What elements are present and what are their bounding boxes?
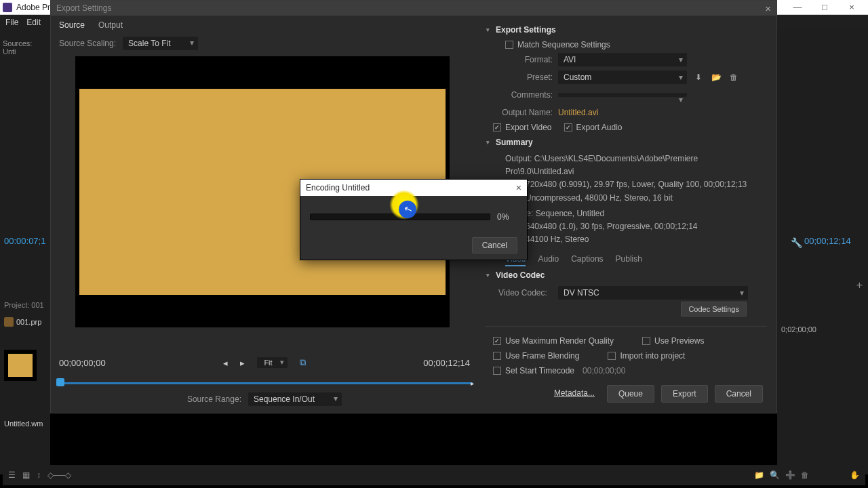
- save-preset-icon[interactable]: ⬇: [692, 71, 705, 83]
- video-codec-header[interactable]: Video Codec: [496, 270, 767, 280]
- export-audio-label: Export Audio: [576, 123, 623, 132]
- app-icon: [3, 3, 12, 12]
- summary-header[interactable]: Summary: [496, 138, 767, 147]
- preset-dropdown[interactable]: Custom: [558, 70, 687, 84]
- preset-label: Preset:: [505, 73, 553, 82]
- window-maximize[interactable]: □: [811, 0, 838, 15]
- source-range-dropdown[interactable]: Sequence In/Out: [248, 392, 342, 406]
- tab-publish[interactable]: Publish: [616, 254, 642, 266]
- tab-audio[interactable]: Audio: [538, 254, 559, 266]
- clip-name: Untitled.wm: [4, 420, 43, 428]
- use-previews-label: Use Previews: [654, 336, 704, 346]
- use-max-quality-checkbox[interactable]: ✓: [493, 337, 501, 345]
- video-codec-label: Video Codec:: [498, 288, 553, 298]
- tab-source[interactable]: Source: [59, 20, 85, 30]
- import-into-project-label: Import into project: [620, 351, 685, 361]
- render-options: ✓ Use Maximum Render Quality Use Preview…: [485, 326, 767, 375]
- export-audio-checkbox[interactable]: ✓: [564, 123, 572, 131]
- use-previews-checkbox[interactable]: [642, 337, 650, 345]
- tab-captions[interactable]: Captions: [571, 254, 603, 266]
- menu-file[interactable]: File: [5, 18, 18, 27]
- export-video-checkbox[interactable]: ✓: [493, 123, 501, 131]
- folder-icon: [4, 317, 14, 327]
- thumb-view-icon[interactable]: ▦: [22, 470, 30, 480]
- wrench-icon[interactable]: 🔧: [791, 237, 802, 248]
- window-minimize[interactable]: —: [784, 0, 811, 15]
- trash-icon[interactable]: 🗑: [801, 470, 809, 480]
- timeline-panel: 🔧 00;00;12;14 + 0;02;00;00: [777, 30, 868, 474]
- tc-current[interactable]: 00;00;00;00: [59, 358, 134, 368]
- zoom-fit-dropdown[interactable]: Fit: [257, 357, 287, 368]
- export-close-icon[interactable]: ×: [765, 3, 771, 14]
- export-buttons: Metadata... Queue Export Cancel: [485, 385, 767, 403]
- match-sequence-checkbox[interactable]: [505, 41, 513, 49]
- encoding-progress-percent: 0%: [497, 212, 517, 222]
- search-icon[interactable]: 🔍: [770, 470, 780, 480]
- list-view-icon[interactable]: ☰: [8, 470, 16, 480]
- clip-thumbnail[interactable]: [4, 350, 37, 381]
- output-name-link[interactable]: Untitled.avi: [558, 108, 598, 117]
- export-settings-header[interactable]: Export Settings: [496, 25, 767, 35]
- sort-icon[interactable]: ↕: [37, 470, 41, 480]
- codec-tabs: Video Audio Captions Publish: [505, 254, 767, 266]
- tab-output[interactable]: Output: [98, 20, 123, 30]
- codec-settings-button[interactable]: Codec Settings: [681, 302, 747, 317]
- step-back-icon[interactable]: ◂: [223, 358, 228, 368]
- comments-label: Comments:: [505, 90, 553, 100]
- start-tc-value[interactable]: 00;00;00;00: [583, 366, 625, 375]
- project-file[interactable]: 001.prp: [4, 317, 41, 327]
- preview-timeline[interactable]: ▸: [56, 378, 473, 388]
- project-label: Project: 001: [4, 301, 44, 309]
- source-range-label: Source Range:: [187, 394, 241, 404]
- comments-input[interactable]: [558, 93, 687, 97]
- summary-output: Output: C:\Users\KLS4E\Documents\Adobe\P…: [505, 152, 767, 205]
- encoding-dialog-close-icon[interactable]: ×: [516, 182, 521, 193]
- crop-icon[interactable]: ⧉: [300, 357, 306, 368]
- new-item-icon[interactable]: ➕: [785, 470, 795, 480]
- bottom-toolbar: ☰ ▦ ↕ ◇──◇ 📁 🔍 ➕ 🗑 ✋: [3, 465, 865, 485]
- format-label: Format:: [505, 55, 553, 64]
- tc-duration: 00;00;12;14: [395, 358, 470, 368]
- format-dropdown[interactable]: AVI: [558, 53, 687, 66]
- export-titlebar: Export Settings ×: [51, 1, 776, 16]
- match-sequence-label: Match Sequence Settings: [517, 40, 610, 49]
- encoding-cancel-button[interactable]: Cancel: [472, 237, 517, 253]
- hand-tool-icon[interactable]: ✋: [850, 470, 860, 480]
- delete-preset-icon[interactable]: 🗑: [728, 71, 740, 83]
- export-button[interactable]: Export: [661, 385, 708, 403]
- use-frame-blending-checkbox[interactable]: [493, 352, 501, 360]
- timeline-timecode: 00;00;12;14: [804, 236, 851, 246]
- cancel-export-button[interactable]: Cancel: [715, 385, 763, 403]
- source-scaling-dropdown[interactable]: Scale To Fit: [123, 37, 197, 50]
- set-start-tc-label: Set Start Timecode: [505, 366, 574, 375]
- encoding-dialog: Encoding Untitled × 0% Cancel: [300, 179, 528, 260]
- source-scaling-label: Source Scaling:: [59, 39, 116, 48]
- menu-edit[interactable]: Edit: [26, 18, 41, 27]
- zoom-slider[interactable]: ◇──◇: [47, 470, 71, 480]
- use-max-quality-label: Use Maximum Render Quality: [505, 336, 614, 346]
- transport-bar: 00;00;00;00 ◂ ▸ Fit ⧉ 00;00;12;14: [51, 350, 478, 375]
- output-name-label: Output Name:: [493, 108, 553, 117]
- export-video-label: Export Video: [505, 123, 552, 132]
- video-codec-dropdown[interactable]: DV NTSC: [558, 286, 748, 300]
- use-frame-blending-label: Use Frame Blending: [505, 351, 579, 361]
- export-window-title: Export Settings: [56, 3, 765, 13]
- window-close[interactable]: ×: [838, 0, 865, 15]
- metadata-button[interactable]: Metadata...: [549, 385, 600, 403]
- timecode-left: 00:00:07;1: [4, 236, 45, 246]
- playhead[interactable]: [56, 378, 64, 386]
- queue-button[interactable]: Queue: [607, 385, 654, 403]
- sources-label: Sources: Unti: [3, 39, 47, 56]
- import-into-project-checkbox[interactable]: [608, 352, 616, 360]
- project-file-name: 001.prp: [16, 318, 41, 326]
- set-start-tc-checkbox[interactable]: [493, 367, 501, 375]
- new-bin-icon[interactable]: 📁: [754, 470, 764, 480]
- summary-source: Source: Sequence, Untitled 640x480 (1.0)…: [505, 207, 767, 247]
- add-icon[interactable]: +: [856, 279, 863, 291]
- project-panel: Sources: Unti 00:00:07;1 Project: 001 00…: [0, 30, 50, 474]
- import-preset-icon[interactable]: 📂: [710, 71, 722, 83]
- step-fwd-icon[interactable]: ▸: [240, 358, 245, 368]
- timeline-ruler-tc: 0;02;00;00: [781, 325, 816, 333]
